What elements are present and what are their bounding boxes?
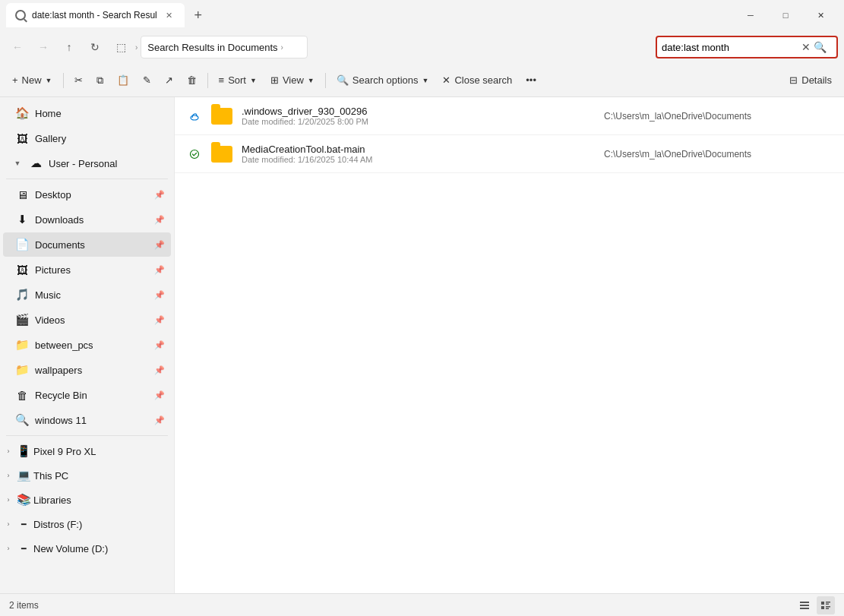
rename-button[interactable]: ✎ [137,68,157,93]
documents-icon: 📄 [15,238,29,251]
details-button[interactable]: ⊟ Details [783,68,838,93]
toolbar-separator-3 [325,73,326,88]
sidebar-item-between-pcs[interactable]: 📁 between_pcs 📌 [3,333,171,357]
pin-icon-between-pcs: 📌 [154,340,165,350]
sidebar-section-libraries[interactable]: › 📚 Libraries [0,488,174,512]
paste-button[interactable]: 📋 [111,68,135,93]
new-label: New [22,74,42,86]
sort-button[interactable]: ≡ Sort ▼ [213,68,263,93]
expand-button[interactable]: ⬚ [109,36,132,58]
file-date-label-1: Date modified: [242,117,296,126]
sidebar-label-documents: Documents [35,239,148,251]
file-info-1: .windows_driver_930_00296 Date modified:… [242,106,596,126]
new-button[interactable]: + New ▼ [6,68,58,93]
table-row[interactable]: MediaCreationTool.bat-main Date modified… [175,135,844,173]
sidebar-item-documents[interactable]: 📄 Documents 📌 [3,232,171,257]
sidebar-item-music[interactable]: 🎵 Music 📌 [3,283,171,307]
search-options-label: Search options [352,74,419,86]
sidebar-label-windows11: windows 11 [35,415,148,426]
file-icon-2 [210,142,234,166]
sidebar-label-libraries: Libraries [33,494,71,506]
svg-rect-9 [826,606,830,608]
sidebar-divider-2 [6,435,168,436]
sidebar-label-distros: Distros (F:) [33,519,82,530]
new-icon: + [12,74,18,86]
pin-icon-recycle-bin: 📌 [154,390,165,400]
delete-icon: 🗑 [187,74,197,86]
up-button[interactable]: ↑ [58,36,81,58]
search-submit-button[interactable]: 🔍 [814,41,827,53]
search-box[interactable]: ✕ 🔍 [656,36,838,58]
sidebar-section-distros[interactable]: › ━ Distros (F:) [0,512,174,536]
sidebar-item-downloads[interactable]: ⬇ Downloads 📌 [3,207,171,232]
close-search-button[interactable]: ✕ Close search [436,68,518,93]
breadcrumb[interactable]: Search Results in Documents › [141,36,308,58]
breadcrumb-chevron-right: › [281,43,283,52]
file-date-value-2: 1/16/2025 10:44 AM [298,155,372,164]
share-button[interactable]: ↗ [159,68,179,93]
sidebar-item-gallery[interactable]: 🖼 Gallery [3,126,171,150]
cloud-icon: ☁ [29,156,43,170]
svg-rect-3 [800,605,809,606]
windows11-icon: 🔍 [15,413,29,427]
maximize-button[interactable]: □ [768,3,803,27]
search-options-button[interactable]: 🔍 Search options ▼ [330,68,435,93]
sidebar-item-videos[interactable]: 🎬 Videos 📌 [3,308,171,332]
sidebar-label-music: Music [35,289,148,301]
videos-icon: 🎬 [15,313,29,327]
table-row[interactable]: .windows_driver_930_00296 Date modified:… [175,97,844,135]
svg-rect-7 [826,603,829,605]
view-label: View [283,74,304,86]
svg-rect-6 [826,602,830,603]
svg-rect-8 [821,606,824,609]
main-layout: 🏠 Home 🖼 Gallery ▼ ☁ User - Personal 🖥 D… [0,97,844,593]
active-tab[interactable]: date:last month - Search Resul ✕ [6,3,185,27]
back-button[interactable]: ← [6,36,29,58]
delete-button[interactable]: 🗑 [181,68,203,93]
sidebar-section-thispc[interactable]: › 💻 This PC [0,463,174,488]
minimize-button[interactable]: ─ [733,3,768,27]
sidebar-section-newvolume[interactable]: › ━ New Volume (D:) [0,536,174,561]
search-input[interactable] [662,42,798,53]
file-name-2: MediaCreationTool.bat-main [242,144,596,155]
svg-rect-2 [800,602,809,603]
sidebar-section-pixel9pro[interactable]: › 📱 Pixel 9 Pro XL [0,439,174,463]
search-clear-button[interactable]: ✕ [801,41,811,53]
sidebar-item-recycle-bin[interactable]: 🗑 Recycle Bin 📌 [3,383,171,407]
sort-icon: ≡ [219,74,225,86]
details-label: Details [801,74,832,86]
breadcrumb-chevron-left: › [135,43,138,52]
close-search-label: Close search [454,74,512,86]
file-date-2: Date modified: 1/16/2025 10:44 AM [242,155,596,164]
view-button[interactable]: ⊞ View ▼ [264,68,321,93]
file-name-1: .windows_driver_930_00296 [242,106,596,117]
sort-dropdown-icon: ▼ [250,77,257,84]
refresh-button[interactable]: ↻ [84,36,106,58]
sidebar-item-user-personal[interactable]: ▼ ☁ User - Personal [3,151,171,175]
copy-button[interactable]: ⧉ [90,68,109,93]
forward-button[interactable]: → [32,36,55,58]
cut-button[interactable]: ✂ [68,68,89,93]
view-dropdown-icon: ▼ [308,77,315,84]
sidebar-item-desktop[interactable]: 🖥 Desktop 📌 [3,182,171,207]
details-icon: ⊟ [789,74,798,86]
share-icon: ↗ [165,74,173,86]
sidebar-item-pictures[interactable]: 🖼 Pictures 📌 [3,257,171,282]
sidebar-item-home[interactable]: 🏠 Home [3,101,171,125]
more-options-button[interactable]: ••• [520,68,542,93]
sidebar-label-downloads: Downloads [35,214,148,226]
sidebar-item-wallpapers[interactable]: 📁 wallpapers 📌 [3,358,171,382]
pin-icon-documents: 📌 [154,240,165,250]
wallpapers-icon: 📁 [15,363,29,377]
distros-icon: ━ [17,517,30,531]
expand-icon-libraries: › [3,494,14,505]
sidebar-item-windows11[interactable]: 🔍 windows 11 📌 [3,408,171,432]
toolbar-separator-2 [207,73,208,88]
new-tab-button[interactable]: + [188,5,209,26]
close-button[interactable]: ✕ [803,3,838,27]
tab-close-button[interactable]: ✕ [163,9,175,21]
sidebar-label-videos: Videos [35,314,148,326]
expand-icon-newvolume: › [3,543,14,554]
details-view-button[interactable] [817,596,835,614]
list-view-button[interactable] [795,596,814,614]
